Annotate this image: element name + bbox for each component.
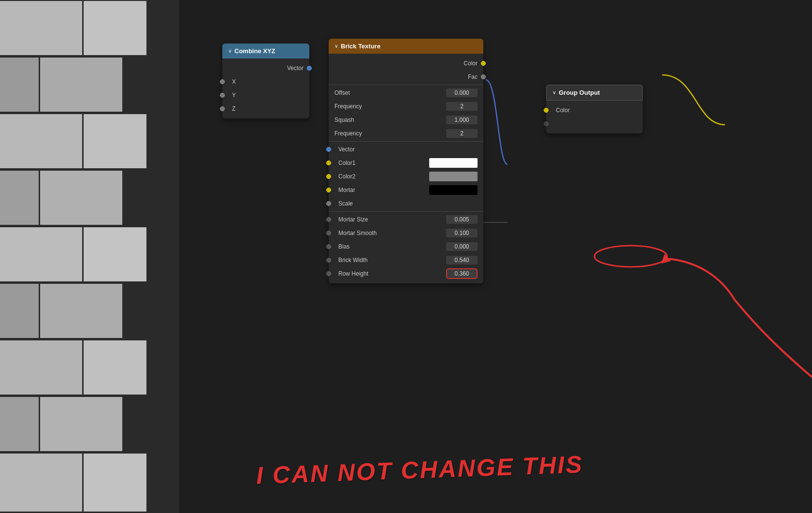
go-empty-socket[interactable] bbox=[544, 121, 549, 126]
z-input-socket[interactable] bbox=[220, 106, 225, 111]
group-output-node[interactable]: ∨ Group Output Color bbox=[546, 85, 643, 133]
scale-socket[interactable] bbox=[326, 201, 331, 206]
mortar-socket[interactable] bbox=[326, 188, 331, 192]
go-color-row: Color bbox=[546, 103, 643, 117]
go-color-label: Color bbox=[552, 107, 637, 114]
row-height-label: Row Height bbox=[334, 270, 446, 277]
combine-xyz-title: Combine XYZ bbox=[234, 47, 276, 55]
color-output-label: Color bbox=[334, 60, 478, 67]
bias-row[interactable]: Bias 0.000 bbox=[329, 240, 483, 253]
frequency2-row[interactable]: Frequency 2 bbox=[329, 127, 483, 140]
bias-label: Bias bbox=[334, 243, 446, 250]
brick-width-label: Brick Width bbox=[334, 257, 446, 264]
brick-width-row[interactable]: Brick Width 0.540 bbox=[329, 253, 483, 267]
vector-input-row: Vector bbox=[329, 143, 483, 156]
scale-label: Scale bbox=[334, 200, 478, 207]
frequency1-row[interactable]: Frequency 2 bbox=[329, 100, 483, 113]
mortar-smooth-socket[interactable] bbox=[326, 231, 331, 235]
y-input-row: Y bbox=[222, 88, 309, 102]
frequency1-label: Frequency bbox=[334, 103, 446, 110]
z-input-row: Z bbox=[222, 102, 309, 116]
collapse-arrow-icon: ∨ bbox=[228, 48, 232, 54]
mortar-smooth-row[interactable]: Mortar Smooth 0.100 bbox=[329, 226, 483, 240]
color2-socket[interactable] bbox=[326, 174, 331, 179]
frequency2-label: Frequency bbox=[334, 130, 446, 137]
color1-socket[interactable] bbox=[326, 161, 331, 165]
color1-label: Color1 bbox=[334, 160, 429, 166]
row-height-socket[interactable] bbox=[326, 271, 331, 276]
mortar-row[interactable]: Mortar bbox=[329, 183, 483, 197]
vector-input-socket[interactable] bbox=[326, 147, 331, 152]
frequency1-value[interactable]: 2 bbox=[446, 102, 478, 111]
row-height-value[interactable]: 0.360 bbox=[446, 268, 478, 279]
fac-output-row: Fac bbox=[329, 70, 483, 84]
offset-value[interactable]: 0.000 bbox=[446, 88, 478, 97]
svg-point-4 bbox=[594, 246, 667, 267]
vector-output-socket[interactable] bbox=[307, 66, 312, 71]
group-output-body: Color bbox=[546, 101, 643, 133]
mortar-size-value[interactable]: 0.005 bbox=[446, 215, 478, 224]
mortar-swatch[interactable] bbox=[429, 185, 478, 195]
color2-label: Color2 bbox=[334, 173, 429, 180]
node-editor: ∨ Combine XYZ Vector X Y Z bbox=[179, 0, 812, 513]
brick-width-socket[interactable] bbox=[326, 258, 331, 263]
y-input-socket[interactable] bbox=[220, 93, 225, 98]
color1-swatch[interactable] bbox=[429, 158, 478, 168]
color-output-row: Color bbox=[329, 57, 483, 70]
offset-row[interactable]: Offset 0.000 bbox=[329, 86, 483, 100]
brick-texture-header: ∨ Brick Texture bbox=[329, 39, 483, 54]
bias-socket[interactable] bbox=[326, 244, 331, 249]
brick-texture-body: Color Fac Offset 0.000 Frequency 2 Squas… bbox=[329, 54, 483, 283]
combine-xyz-node[interactable]: ∨ Combine XYZ Vector X Y Z bbox=[222, 44, 309, 118]
brick-wall-background bbox=[0, 0, 179, 513]
go-collapse-arrow-icon: ∨ bbox=[552, 90, 556, 95]
vector-output-row: Vector bbox=[222, 61, 309, 75]
brick-texture-title: Brick Texture bbox=[341, 43, 380, 50]
bt-collapse-arrow-icon: ∨ bbox=[334, 44, 338, 49]
mortar-size-row[interactable]: Mortar Size 0.005 bbox=[329, 213, 483, 226]
go-empty-row bbox=[546, 117, 643, 131]
x-input-socket[interactable] bbox=[220, 79, 225, 84]
mortar-smooth-label: Mortar Smooth bbox=[334, 230, 446, 236]
scale-row: Scale bbox=[329, 197, 483, 210]
x-label: X bbox=[228, 78, 304, 85]
color1-row[interactable]: Color1 bbox=[329, 156, 483, 170]
go-color-socket[interactable] bbox=[544, 108, 549, 113]
mortar-smooth-value[interactable]: 0.100 bbox=[446, 229, 478, 237]
squash-value[interactable]: 1.000 bbox=[446, 116, 478, 124]
offset-label: Offset bbox=[334, 89, 446, 96]
y-label: Y bbox=[228, 92, 304, 99]
x-input-row: X bbox=[222, 75, 309, 88]
z-label: Z bbox=[228, 105, 304, 112]
squash-row[interactable]: Squash 1.000 bbox=[329, 113, 483, 127]
mortar-label: Mortar bbox=[334, 187, 429, 193]
color2-row[interactable]: Color2 bbox=[329, 170, 483, 183]
bias-value[interactable]: 0.000 bbox=[446, 242, 478, 251]
squash-label: Squash bbox=[334, 117, 446, 123]
fac-output-socket[interactable] bbox=[481, 74, 486, 79]
vector-output-label: Vector bbox=[228, 65, 304, 72]
mortar-size-socket[interactable] bbox=[326, 217, 331, 222]
frequency2-value[interactable]: 2 bbox=[446, 129, 478, 138]
mortar-size-label: Mortar Size bbox=[334, 216, 446, 223]
color-output-socket[interactable] bbox=[481, 61, 486, 66]
group-output-header: ∨ Group Output bbox=[546, 85, 643, 101]
color2-swatch[interactable] bbox=[429, 172, 478, 181]
combine-xyz-header: ∨ Combine XYZ bbox=[222, 44, 309, 59]
row-height-row[interactable]: Row Height 0.360 bbox=[329, 267, 483, 280]
vector-input-label: Vector bbox=[334, 146, 478, 153]
fac-output-label: Fac bbox=[334, 73, 478, 80]
group-output-title: Group Output bbox=[559, 89, 600, 96]
combine-xyz-body: Vector X Y Z bbox=[222, 59, 309, 118]
brick-texture-node[interactable]: ∨ Brick Texture Color Fac Offset 0.000 F… bbox=[329, 39, 483, 283]
brick-width-value[interactable]: 0.540 bbox=[446, 256, 478, 264]
